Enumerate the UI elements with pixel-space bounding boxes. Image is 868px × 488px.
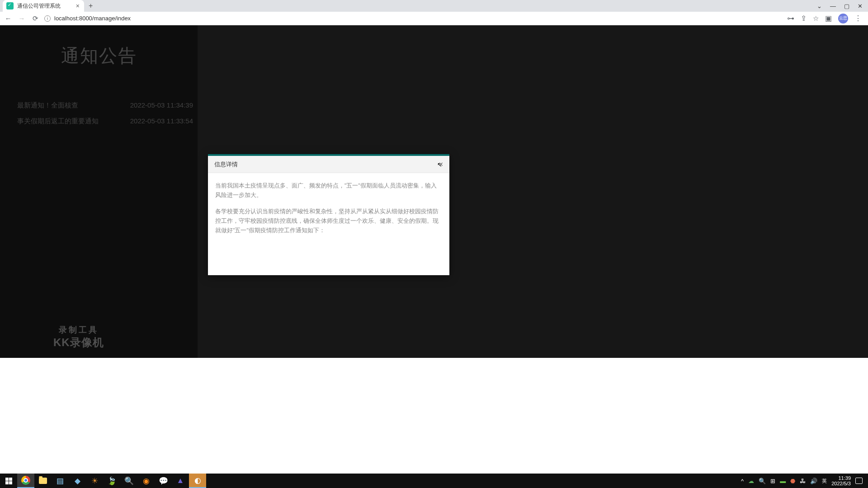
browser-tab-strip: 通信公司管理系统 × + ⌄ — ▢ ✕	[0, 0, 868, 12]
taskbar-explorer-icon[interactable]	[34, 474, 52, 488]
window-maximize-icon[interactable]: ▢	[844, 3, 849, 9]
taskbar-app-icon[interactable]: ▲	[172, 474, 189, 488]
taskbar-wechat-icon[interactable]: 💬	[155, 474, 172, 488]
new-tab-button[interactable]: +	[89, 2, 93, 10]
page-content: 通知公告 最新通知！全面核查 2022-05-03 11:34:39 事关假期后…	[0, 25, 868, 358]
nav-forward-icon[interactable]: →	[17, 14, 26, 22]
bookmark-star-icon[interactable]: ☆	[813, 14, 819, 23]
tab-title: 通信公司管理系统	[17, 2, 61, 10]
modal-close-button[interactable]: ↖×	[439, 160, 443, 169]
tray-ime-indicator[interactable]: 英	[822, 478, 827, 484]
tabs-dropdown-icon[interactable]: ⌄	[817, 3, 822, 9]
modal-header: 信息详情 ↖×	[208, 156, 449, 173]
tray-app-icon[interactable]: ▬	[780, 478, 786, 484]
clock-date: 2022/5/3	[831, 481, 851, 486]
modal-paragraph: 各学校要充分认识当前疫情的严峻性和复杂性，坚持从严从紧从实从细做好校园疫情防控工…	[215, 207, 442, 236]
profile-avatar[interactable]: 云思	[838, 14, 848, 23]
tray-clock[interactable]: 11:39 2022/5/3	[831, 475, 851, 486]
share-icon[interactable]: ⇪	[801, 14, 807, 23]
window-controls: ⌄ — ▢ ✕	[817, 3, 868, 9]
toolbar-right: ⊶ ⇪ ☆ ▣ 云思 ⋮	[787, 14, 864, 23]
tab-favicon-icon	[6, 2, 14, 9]
taskbar-search-icon[interactable]: 🔍	[120, 474, 137, 488]
window-minimize-icon[interactable]: —	[830, 3, 836, 9]
url-field[interactable]: i localhost:8000/manage/index	[44, 15, 131, 22]
chrome-menu-icon[interactable]: ⋮	[854, 14, 862, 23]
tray-wechat-icon[interactable]: ☁	[748, 478, 754, 484]
password-key-icon[interactable]: ⊶	[787, 14, 794, 23]
system-tray: ^ ☁ 🔍 ⊞ ▬ ⬣ 🖧 🔊 英 11:39 2022/5/3	[741, 475, 868, 486]
tab-close-icon[interactable]: ×	[76, 2, 80, 9]
taskbar-notepad-icon[interactable]: ▤	[52, 474, 69, 488]
taskbar-app-icon[interactable]: ◆	[69, 474, 86, 488]
windows-logo-icon	[5, 478, 12, 484]
taskbar-app-icon[interactable]: ☀	[86, 474, 103, 488]
tray-network-icon[interactable]: 🖧	[800, 478, 806, 484]
site-info-icon[interactable]: i	[44, 15, 51, 22]
taskbar-app-icon[interactable]: 🍃	[103, 474, 120, 488]
tray-app-icon[interactable]: ⊞	[770, 478, 775, 484]
modal-title: 信息详情	[214, 160, 238, 169]
url-text: localhost:8000/manage/index	[54, 15, 131, 22]
action-center-icon[interactable]	[855, 478, 863, 484]
start-button[interactable]	[0, 474, 17, 488]
modal-paragraph: 当前我国本土疫情呈现点多、面广、频发的特点，"五一"假期面临人员流动密集，输入风…	[215, 181, 442, 201]
clock-time: 11:39	[831, 475, 851, 481]
nav-reload-icon[interactable]: ⟳	[31, 14, 40, 23]
browser-tab-active[interactable]: 通信公司管理系统 ×	[3, 0, 84, 12]
mouse-cursor-icon: ↖	[437, 161, 442, 168]
taskbar-chrome-icon[interactable]	[17, 474, 34, 488]
tray-volume-icon[interactable]: 🔊	[810, 478, 817, 484]
nav-back-icon[interactable]: ←	[4, 14, 13, 22]
tray-security-icon[interactable]: ⬣	[790, 478, 795, 484]
tray-chevron-icon[interactable]: ^	[741, 478, 744, 484]
windows-taskbar: ▤ ◆ ☀ 🍃 🔍 ◉ 💬 ▲ ◐ ^ ☁ 🔍 ⊞ ▬ ⬣ 🖧 🔊 英 11:3…	[0, 474, 868, 488]
modal-body: 当前我国本土疫情呈现点多、面广、频发的特点，"五一"假期面临人员流动密集，输入风…	[208, 173, 449, 250]
info-detail-modal: 信息详情 ↖× 当前我国本土疫情呈现点多、面广、频发的特点，"五一"假期面临人员…	[208, 154, 449, 275]
taskbar-app-icon[interactable]: ◐	[189, 474, 206, 488]
extensions-icon[interactable]: ▣	[825, 14, 832, 23]
tray-search-icon[interactable]: 🔍	[759, 478, 766, 484]
window-close-icon[interactable]: ✕	[858, 3, 863, 9]
address-bar: ← → ⟳ i localhost:8000/manage/index ⊶ ⇪ …	[0, 12, 868, 25]
taskbar-apps: ▤ ◆ ☀ 🍃 🔍 ◉ 💬 ▲ ◐	[17, 474, 206, 488]
taskbar-app-icon[interactable]: ◉	[137, 474, 155, 488]
